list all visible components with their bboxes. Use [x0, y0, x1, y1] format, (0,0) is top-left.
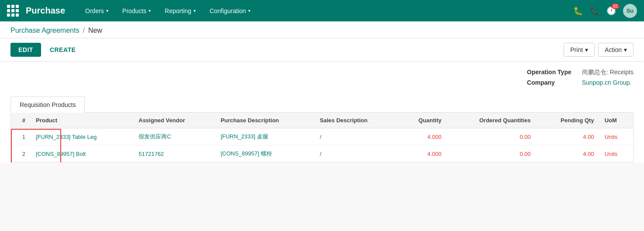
col-header-num: # — [11, 113, 31, 128]
col-header-qty: Quantity — [398, 113, 447, 128]
reporting-chevron-icon: ▾ — [194, 8, 196, 13]
toolbar: EDIT CREATE Print ▾ Action ▾ — [0, 38, 644, 62]
row2-purchase-desc: [CONS_89957] 螺栓 — [215, 145, 315, 162]
info-table: Operation Type 尚鹏总仓: Receipts Company Su… — [527, 69, 634, 86]
configuration-chevron-icon: ▾ — [248, 8, 250, 13]
row1-sales-desc: / — [315, 128, 398, 145]
topnav-right-icons: 🐛 📞 🕐 65 Su — [573, 4, 637, 18]
tabs-section: Requisition Products # Product Assigned … — [10, 93, 634, 162]
row2-ordered-qty: 0.00 — [447, 145, 536, 162]
action-chevron-icon: ▾ — [624, 46, 627, 53]
print-button[interactable]: Print ▾ — [564, 43, 595, 57]
breadcrumb-current: New — [88, 27, 102, 34]
col-header-product: Product — [31, 113, 133, 128]
info-section: Operation Type 尚鹏总仓: Receipts Company Su… — [10, 62, 634, 93]
table-wrapper: # Product Assigned Vendor Purchase Descr… — [10, 113, 634, 162]
row1-product[interactable]: [FURN_2333] Table Leg — [31, 128, 133, 145]
company-value[interactable]: Sunpop.cn Group. — [582, 79, 634, 86]
notification-count: 65 — [611, 3, 620, 9]
print-chevron-icon: ▾ — [585, 46, 588, 53]
action-button[interactable]: Action ▾ — [598, 43, 634, 57]
products-table: # Product Assigned Vendor Purchase Descr… — [11, 113, 633, 162]
top-navigation: Purchase Orders ▾ Products ▾ Reporting ▾… — [0, 0, 644, 21]
create-button[interactable]: CREATE — [45, 43, 81, 57]
avatar[interactable]: Su — [623, 4, 637, 18]
table-row: 1 [FURN_2333] Table Leg 假发供应商C [FURN_233… — [11, 128, 633, 145]
row2-qty: 4.000 — [398, 145, 447, 162]
orders-chevron-icon: ▾ — [106, 8, 108, 13]
notification-badge-wrap[interactable]: 🕐 65 — [606, 6, 616, 16]
tab-bar: Requisition Products — [10, 97, 634, 113]
phone-icon[interactable]: 📞 — [590, 6, 599, 16]
operation-type-label: Operation Type — [527, 69, 571, 76]
breadcrumb-bar: Purchase Agreements / New — [0, 21, 644, 38]
row2-product[interactable]: [CONS_89957] Bolt — [31, 145, 133, 162]
products-chevron-icon: ▾ — [149, 8, 151, 13]
row1-vendor[interactable]: 假发供应商C — [133, 128, 215, 145]
row1-purchase-desc: [FURN_2333] 桌腿 — [215, 128, 315, 145]
app-brand: Purchase — [26, 6, 65, 16]
breadcrumb: Purchase Agreements / New — [10, 27, 634, 38]
row1-ordered-qty: 0.00 — [447, 128, 536, 145]
bug-icon[interactable]: 🐛 — [573, 6, 583, 16]
row1-num: 1 — [11, 128, 31, 145]
main-content: Operation Type 尚鹏总仓: Receipts Company Su… — [0, 62, 644, 162]
nav-orders[interactable]: Orders ▾ — [79, 4, 114, 18]
edit-button[interactable]: EDIT — [10, 43, 41, 57]
nav-configuration[interactable]: Configuration ▾ — [204, 4, 256, 18]
row2-pending-qty: 4.00 — [536, 145, 599, 162]
row2-num: 2 — [11, 145, 31, 162]
col-header-purchase-desc: Purchase Description — [215, 113, 315, 128]
row2-uom: Units — [599, 145, 633, 162]
row1-pending-qty: 4.00 — [536, 128, 599, 145]
nav-reporting[interactable]: Reporting ▾ — [159, 4, 202, 18]
operation-type-value: 尚鹏总仓: Receipts — [582, 69, 634, 76]
row1-qty: 4.000 — [398, 128, 447, 145]
company-label: Company — [527, 79, 571, 86]
col-header-vendor: Assigned Vendor — [133, 113, 215, 128]
table-row: 2 [CONS_89957] Bolt 51721762 [CONS_89957… — [11, 145, 633, 162]
apps-menu-icon[interactable] — [7, 5, 19, 17]
table-header-row: # Product Assigned Vendor Purchase Descr… — [11, 113, 633, 128]
row1-uom: Units — [599, 128, 633, 145]
col-header-uom: UoM — [599, 113, 633, 128]
breadcrumb-separator: / — [83, 27, 84, 34]
row2-vendor[interactable]: 51721762 — [133, 145, 215, 162]
nav-menus: Orders ▾ Products ▾ Reporting ▾ Configur… — [79, 4, 573, 18]
col-header-sales-desc: Sales Description — [315, 113, 398, 128]
tab-requisition-products[interactable]: Requisition Products — [10, 97, 85, 113]
col-header-ordered-qty: Ordered Quantities — [447, 113, 536, 128]
breadcrumb-parent[interactable]: Purchase Agreements — [10, 27, 79, 34]
col-header-pending-qty: Pending Qty — [536, 113, 599, 128]
nav-products[interactable]: Products ▾ — [116, 4, 157, 18]
row2-sales-desc: / — [315, 145, 398, 162]
